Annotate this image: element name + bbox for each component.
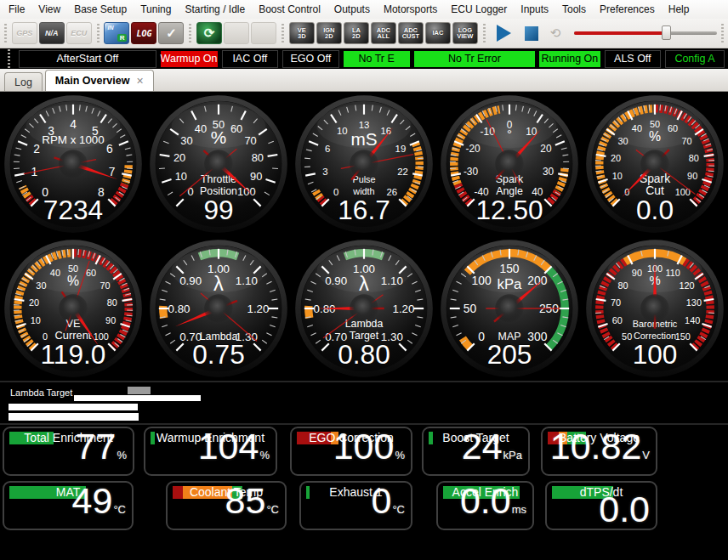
status-afterstart-off: AfterStart Off: [19, 50, 156, 68]
svg-text:70: 70: [682, 136, 692, 146]
gauge-map: 050100150200250300kPaMAP205: [437, 236, 583, 381]
display-title: MAT: [4, 485, 132, 499]
svg-text:16.7: 16.7: [338, 195, 390, 225]
svg-text:20: 20: [29, 297, 39, 308]
gauge-pulse-width: 036101316192226mSPulsewidth16.7: [291, 92, 436, 236]
svg-text:0.80: 0.80: [168, 303, 190, 315]
svg-text:80: 80: [252, 151, 264, 164]
svg-text:140: 140: [685, 315, 700, 325]
menu-tuning[interactable]: Tuning: [134, 1, 178, 18]
menu-help[interactable]: Help: [662, 1, 697, 18]
menu-tools[interactable]: Tools: [555, 1, 593, 18]
svg-text:200: 200: [527, 274, 547, 287]
svg-text:60: 60: [86, 268, 96, 278]
svg-text:30: 30: [36, 280, 46, 291]
display-warmup-enrichment: Warmup Enrichment104%: [144, 427, 277, 476]
svg-text:6: 6: [325, 144, 330, 154]
menu-preferences[interactable]: Preferences: [593, 1, 662, 18]
svg-text:1.10: 1.10: [381, 274, 403, 287]
adc-cust-button[interactable]: ADCCUST: [398, 22, 424, 44]
gauge-spark-angle: -40-30-20-10010203040°SparkAngle12.50: [437, 92, 583, 236]
svg-text:13: 13: [359, 120, 370, 130]
svg-text:10: 10: [337, 126, 348, 136]
svg-text:19: 19: [395, 144, 407, 154]
svg-text:20: 20: [173, 151, 185, 164]
svg-text:70: 70: [611, 297, 621, 308]
tab-main-overview[interactable]: Main Overview×: [45, 70, 154, 91]
status-no-tr-e: No Tr E: [344, 51, 410, 67]
svg-text:λ: λ: [213, 273, 224, 295]
svg-text:60: 60: [668, 123, 678, 133]
iac-button[interactable]: IAC: [425, 22, 451, 44]
play-button[interactable]: [497, 25, 511, 42]
menu-base-setup[interactable]: Base Setup: [67, 1, 134, 18]
tab-label: Main Overview: [55, 75, 130, 87]
tab-log[interactable]: Log: [4, 72, 43, 91]
log-button[interactable]: LOG: [131, 22, 156, 44]
gps-button: GPS: [12, 22, 37, 44]
display-row-2: MAT49°CCoolant Temp85°CExhaust 10°CAccel…: [0, 479, 728, 534]
display-exhaust-1: Exhaust 10°C: [299, 481, 412, 530]
toolbar-group-handle: [482, 23, 486, 43]
svg-text:150: 150: [500, 262, 520, 275]
svg-text:60: 60: [612, 315, 623, 325]
adc-all-button[interactable]: ADCALL: [371, 22, 396, 44]
svg-text:90: 90: [632, 268, 642, 278]
menu-starting-idle[interactable]: Starting / Idle: [178, 1, 252, 18]
svg-text:10: 10: [174, 170, 186, 183]
svg-text:0: 0: [478, 330, 485, 343]
orb-label: 2D: [325, 33, 333, 40]
ign-2d-button[interactable]: IGN2D: [316, 22, 342, 44]
menu-outputs[interactable]: Outputs: [327, 1, 377, 18]
log-view-button[interactable]: LOGVIEW: [452, 22, 478, 44]
svg-text:120: 120: [680, 280, 695, 291]
display-mat: MAT49°C: [3, 481, 134, 530]
na-indicator-button[interactable]: N/A: [39, 22, 65, 44]
svg-text:°: °: [507, 127, 512, 141]
svg-text:50: 50: [622, 331, 632, 342]
svg-text:90: 90: [105, 315, 116, 325]
menu-boost-control[interactable]: Boost Control: [252, 1, 327, 18]
sync-button[interactable]: ⟳: [196, 22, 222, 44]
slider-progress: [574, 31, 666, 35]
menu-file[interactable]: File: [2, 1, 31, 18]
slider-thumb[interactable]: [662, 25, 671, 40]
menu-inputs[interactable]: Inputs: [514, 1, 555, 18]
orb-label: CUST: [402, 33, 419, 40]
playback-slider[interactable]: [574, 25, 717, 42]
status-warmup-on: Warmup On: [161, 51, 218, 67]
menu-motorsports[interactable]: Motorsports: [377, 1, 444, 18]
svg-text:20: 20: [611, 153, 621, 163]
gauge-ve-current: 0102030405060708090100%VECurrent119.0: [0, 236, 145, 381]
app-window: FileViewBase SetupTuningStarting / IdleB…: [0, 0, 728, 534]
la-2d-button[interactable]: LA2D: [344, 22, 369, 44]
svg-text:90: 90: [250, 170, 262, 183]
menu-view[interactable]: View: [31, 1, 67, 18]
display-title: Battery Voltage: [543, 431, 656, 444]
svg-text:3: 3: [322, 167, 327, 177]
display-title: Warmup Enrichment: [145, 431, 276, 444]
svg-text:0.0: 0.0: [636, 195, 674, 225]
status-als-off: ALS Off: [605, 50, 662, 68]
svg-text:4: 4: [70, 117, 77, 131]
menu-ecu-logger[interactable]: ECU Logger: [444, 1, 514, 18]
orb-label: 2D: [352, 33, 361, 40]
svg-text:0.90: 0.90: [179, 274, 202, 287]
inr-r-label: R: [117, 34, 128, 42]
orb-label: VIEW: [457, 33, 473, 40]
display-title: Exhaust 1: [301, 485, 411, 499]
svg-text:60: 60: [230, 122, 242, 135]
svg-text:100: 100: [633, 339, 678, 370]
svg-text:99: 99: [203, 195, 233, 225]
confirm-button[interactable]: ✓: [158, 22, 184, 44]
stop-button[interactable]: [525, 26, 538, 41]
ve-3d-button[interactable]: VE3D: [289, 22, 315, 44]
display-title: EGO Correction: [292, 431, 411, 444]
lambda-target-bar-1: [128, 387, 151, 394]
inr-in-label: IN: [107, 25, 113, 31]
tab-close-icon[interactable]: ×: [136, 74, 143, 88]
ecu-button: ECU: [66, 22, 92, 44]
svg-text:50: 50: [464, 302, 477, 315]
svg-text:20: 20: [540, 143, 552, 155]
inr-datalog-button[interactable]: INR: [104, 22, 129, 44]
